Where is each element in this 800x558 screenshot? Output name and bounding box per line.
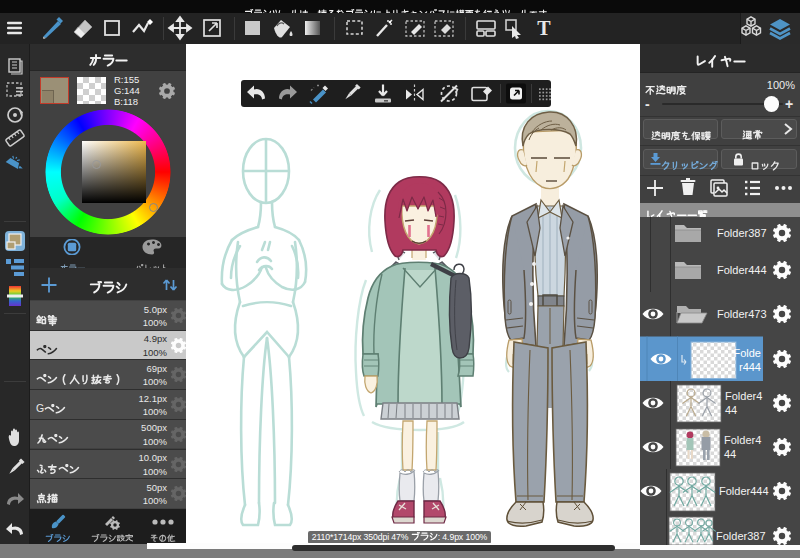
svg-text:r444: r444 — [739, 361, 761, 373]
svg-text:Folder444: Folder444 — [719, 485, 769, 497]
svg-text:44: 44 — [725, 404, 737, 416]
svg-text:Folder444: Folder444 — [717, 264, 767, 276]
svg-text:Folder387: Folder387 — [717, 227, 767, 239]
svg-text:Folde: Folde — [733, 347, 761, 359]
svg-text:Folder4: Folder4 — [725, 390, 762, 402]
svg-text:Folder387: Folder387 — [716, 530, 766, 542]
svg-text:Folder473: Folder473 — [717, 308, 767, 320]
svg-text:Folder4: Folder4 — [724, 434, 761, 446]
svg-text:44: 44 — [724, 448, 736, 460]
svg-text:T: T — [537, 17, 551, 39]
